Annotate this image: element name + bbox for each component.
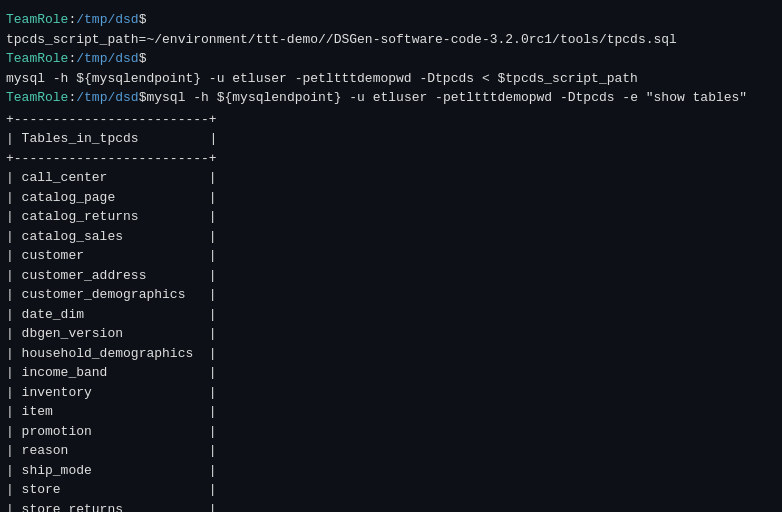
command-line-2: TeamRole:/tmp/dsd $ mysql -h ${mysqlendp… [0,49,782,88]
command-lines: TeamRole:/tmp/dsd $ tpcds_script_path=~/… [0,10,782,108]
row-pipe-right-13: | [201,422,217,442]
row-pipe-left-6: | [6,285,22,305]
row-name-13: promotion [22,422,201,442]
cmd-text-1: tpcds_script_path=~/environment/ttt-demo… [6,30,677,50]
row-pipe-left-1: | [6,188,22,208]
table-row: | date_dim | [6,305,776,325]
command-line-3: TeamRole:/tmp/dsd $ mysql -h ${mysqlendp… [0,88,782,108]
row-pipe-left-11: | [6,383,22,403]
row-pipe-right-1: | [201,188,217,208]
row-name-0: call_center [22,168,201,188]
table-row: | call_center | [6,168,776,188]
command-line-1: TeamRole:/tmp/dsd $ tpcds_script_path=~/… [0,10,782,49]
row-name-3: catalog_sales [22,227,201,247]
table-row: | catalog_returns | [6,207,776,227]
row-name-6: customer_demographics [22,285,201,305]
terminal-window: TeamRole:/tmp/dsd $ tpcds_script_path=~/… [0,6,782,512]
row-pipe-right-14: | [201,441,217,461]
row-pipe-right-10: | [201,363,217,383]
row-name-4: customer [22,246,201,266]
table-pipe-right: | [202,129,218,149]
row-pipe-left-3: | [6,227,22,247]
row-name-8: dbgen_version [22,324,201,344]
row-pipe-left-17: | [6,500,22,513]
table-row: | catalog_page | [6,188,776,208]
row-name-7: date_dim [22,305,201,325]
row-pipe-left-2: | [6,207,22,227]
row-pipe-right-5: | [201,266,217,286]
table-pipe-left: | [6,129,22,149]
row-name-12: item [22,402,201,422]
prompt-path-2: /tmp/dsd [76,49,138,69]
table-rows: | call_center || catalog_page || catalog… [6,168,776,512]
row-pipe-left-5: | [6,266,22,286]
row-pipe-left-7: | [6,305,22,325]
row-pipe-right-3: | [201,227,217,247]
row-pipe-right-6: | [201,285,217,305]
table-header-border: +-------------------------+ [6,149,776,169]
row-pipe-left-8: | [6,324,22,344]
row-pipe-right-15: | [201,461,217,481]
table-row: | reason | [6,441,776,461]
prompt-dollar-2: $ [139,49,147,69]
cmd-text-2: mysql -h ${mysqlendpoint} -u etluser -pe… [6,69,638,89]
row-pipe-left-14: | [6,441,22,461]
prompt-sep-2: : [68,49,76,69]
prompt-team-2: TeamRole [6,49,68,69]
prompt-sep-3: : [68,88,76,108]
table-header-label: Tables_in_tpcds [22,129,202,149]
table-row: | dbgen_version | [6,324,776,344]
row-name-2: catalog_returns [22,207,201,227]
prompt-sep-1: : [68,10,76,30]
row-pipe-right-16: | [201,480,217,500]
prompt-path-3: /tmp/dsd [76,88,138,108]
row-pipe-right-8: | [201,324,217,344]
row-pipe-right-12: | [201,402,217,422]
table-row: | income_band | [6,363,776,383]
table-header-row: | Tables_in_tpcds | [6,129,776,149]
table-row: | promotion | [6,422,776,442]
row-pipe-left-13: | [6,422,22,442]
table-row: | household_demographics | [6,344,776,364]
row-pipe-right-4: | [201,246,217,266]
row-pipe-left-4: | [6,246,22,266]
table-row: | item | [6,402,776,422]
table-row: | ship_mode | [6,461,776,481]
table-row: | customer_demographics | [6,285,776,305]
cmd-text-3: mysql -h ${mysqlendpoint} -u etluser -pe… [146,88,747,108]
table-row: | catalog_sales | [6,227,776,247]
row-pipe-right-7: | [201,305,217,325]
row-name-11: inventory [22,383,201,403]
row-pipe-left-9: | [6,344,22,364]
row-pipe-left-12: | [6,402,22,422]
row-name-14: reason [22,441,201,461]
row-name-17: store_returns [22,500,201,513]
row-pipe-left-15: | [6,461,22,481]
table-row: | store_returns | [6,500,776,513]
table-row: | store | [6,480,776,500]
table-top-border: +-------------------------+ [6,110,776,130]
row-name-10: income_band [22,363,201,383]
row-pipe-right-17: | [201,500,217,513]
prompt-team-1: TeamRole [6,10,68,30]
prompt-dollar-1: $ [139,10,147,30]
table-row: | inventory | [6,383,776,403]
prompt-team-3: TeamRole [6,88,68,108]
row-name-1: catalog_page [22,188,201,208]
row-pipe-right-0: | [201,168,217,188]
table-output: +-------------------------+ | Tables_in_… [0,110,782,513]
row-name-5: customer_address [22,266,201,286]
row-pipe-left-16: | [6,480,22,500]
prompt-dollar-3: $ [139,88,147,108]
row-name-15: ship_mode [22,461,201,481]
row-name-9: household_demographics [22,344,201,364]
row-pipe-left-0: | [6,168,22,188]
table-row: | customer_address | [6,266,776,286]
prompt-path-1: /tmp/dsd [76,10,138,30]
row-pipe-right-2: | [201,207,217,227]
row-pipe-left-10: | [6,363,22,383]
row-pipe-right-11: | [201,383,217,403]
row-pipe-right-9: | [201,344,217,364]
table-row: | customer | [6,246,776,266]
row-name-16: store [22,480,201,500]
